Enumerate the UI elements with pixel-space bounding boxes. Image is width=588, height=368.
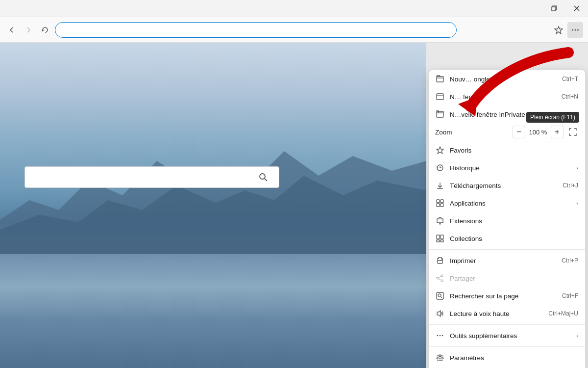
menu-item-favorites[interactable]: Favoris [429, 141, 585, 159]
svg-point-6 [577, 29, 579, 30]
find-shortcut: Ctrl+F [562, 292, 578, 299]
svg-point-38 [442, 335, 443, 337]
restore-button[interactable] [543, 0, 565, 17]
find-icon [435, 291, 445, 301]
new-window-label: N… fenêtre [450, 93, 562, 101]
zoom-row: Zoom − 100 % + Plein écran (F11) [429, 123, 585, 141]
svg-point-36 [437, 335, 439, 337]
read-aloud-label: Lecture à voix haute [450, 310, 548, 317]
svg-rect-0 [552, 7, 556, 11]
inprivate-icon [435, 109, 445, 119]
menu-item-more-tools[interactable]: Outils supplémentaires › [429, 327, 585, 344]
svg-rect-18 [437, 200, 440, 203]
zoom-controls: − 100 % + Plein écran (F11) [513, 126, 579, 138]
apps-icon [435, 198, 445, 208]
svg-rect-24 [437, 240, 440, 242]
svg-rect-27 [441, 259, 442, 260]
star-icon [435, 145, 445, 155]
address-bar-area [0, 17, 588, 43]
svg-rect-12 [437, 77, 443, 82]
fullscreen-tooltip: Plein écran (F11) [526, 112, 579, 123]
back-button[interactable] [5, 23, 19, 37]
find-label: Rechercher sur la page [450, 292, 562, 300]
svg-point-39 [439, 357, 441, 359]
menu-item-settings[interactable]: Paramètres [429, 349, 585, 367]
zoom-plus-button[interactable]: + [551, 126, 564, 138]
page-search-container [24, 166, 279, 188]
menu-item-read-aloud[interactable]: Lecture à voix haute Ctrl+Maj+U [429, 305, 585, 322]
context-menu: Nouv… onglet Ctrl+T N… fenêtre Ctrl+N N…… [429, 70, 586, 368]
svg-marker-3 [555, 26, 563, 34]
download-icon [435, 181, 445, 190]
settings-icon [435, 353, 445, 363]
extensions-label: Extensions [450, 217, 578, 225]
menu-item-find[interactable]: Rechercher sur la page Ctrl+F [429, 287, 585, 305]
more-tools-label: Outils supplémentaires [450, 332, 572, 340]
settings-label: Paramètres [450, 354, 578, 362]
tab-icon [435, 74, 445, 84]
svg-point-5 [575, 29, 576, 30]
refresh-button[interactable] [38, 23, 52, 37]
svg-point-4 [572, 29, 573, 30]
svg-rect-26 [438, 261, 442, 263]
read-aloud-shortcut: Ctrl+Maj+U [548, 310, 578, 317]
zoom-value: 100 % [528, 129, 548, 136]
downloads-label: Téléchargements [450, 182, 563, 189]
read-aloud-icon [435, 309, 445, 318]
title-bar [0, 0, 588, 17]
favorite-button[interactable] [551, 22, 566, 38]
new-window-shortcut: Ctrl+N [562, 93, 578, 100]
new-tab-label: Nouv… onglet [450, 76, 562, 83]
page-search-input[interactable] [32, 173, 254, 181]
menu-item-downloads[interactable]: Téléchargements Ctrl+J [429, 177, 585, 194]
svg-point-37 [440, 335, 441, 337]
history-chevron: › [576, 165, 578, 171]
svg-rect-13 [437, 94, 443, 100]
svg-rect-21 [441, 204, 443, 207]
more-tools-icon [435, 331, 445, 341]
svg-point-34 [438, 294, 441, 297]
svg-point-9 [260, 174, 265, 179]
toolbar-icons [551, 22, 583, 38]
history-icon [435, 163, 445, 173]
print-shortcut: Ctrl+P [562, 257, 578, 264]
menu-divider-2 [429, 324, 585, 325]
menu-item-new-tab[interactable]: Nouv… onglet Ctrl+T [429, 70, 585, 88]
menu-button[interactable] [567, 22, 583, 38]
svg-line-31 [439, 276, 441, 278]
new-tab-shortcut: Ctrl+T [562, 76, 578, 82]
share-label: Partager [450, 275, 578, 282]
collections-icon [435, 234, 445, 243]
svg-point-28 [441, 275, 443, 277]
collections-label: Collections [450, 235, 578, 242]
downloads-shortcut: Ctrl+J [563, 182, 578, 189]
mountain-silhouette [0, 131, 426, 254]
fullscreen-button[interactable] [566, 126, 579, 138]
extensions-icon [435, 216, 445, 226]
menu-item-collections[interactable]: Collections [429, 230, 585, 247]
page-search-box [24, 166, 279, 188]
svg-rect-19 [441, 200, 443, 203]
zoom-minus-button[interactable]: − [513, 126, 525, 138]
svg-point-29 [441, 280, 443, 282]
menu-item-extensions[interactable]: Extensions [429, 212, 585, 230]
forward-button[interactable] [22, 23, 35, 37]
browser-content: Nouv… onglet Ctrl+T N… fenêtre Ctrl+N N…… [0, 43, 588, 368]
menu-item-print[interactable]: Imprimer Ctrl+P [429, 252, 585, 269]
zoom-label: Zoom [435, 129, 513, 136]
svg-rect-20 [437, 204, 440, 207]
address-input[interactable] [55, 22, 457, 38]
svg-line-10 [265, 179, 267, 181]
print-label: Imprimer [450, 257, 562, 264]
close-button[interactable] [565, 0, 588, 17]
svg-rect-14 [437, 111, 443, 117]
page-search-icon[interactable] [254, 168, 272, 186]
menu-item-new-window[interactable]: N… fenêtre Ctrl+N [429, 88, 585, 105]
share-icon [435, 273, 445, 283]
menu-divider-1 [429, 249, 585, 250]
menu-item-history[interactable]: Historique › [429, 159, 585, 177]
menu-divider-3 [429, 346, 585, 347]
history-label: Historique [450, 164, 572, 172]
menu-item-applications[interactable]: Applications › [429, 194, 585, 212]
more-tools-chevron: › [576, 333, 578, 339]
